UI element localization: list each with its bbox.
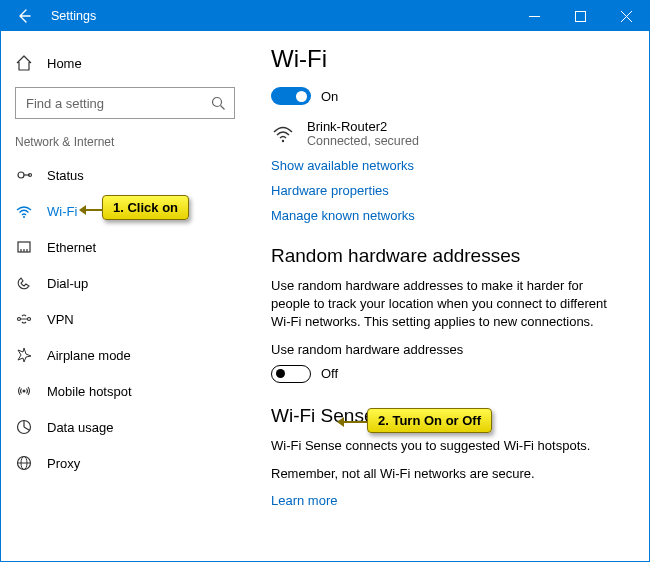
wifi-toggle[interactable]: On: [271, 87, 621, 105]
home-label: Home: [47, 56, 82, 71]
svg-point-12: [282, 139, 284, 141]
sidebar-item-label: Wi-Fi: [47, 204, 77, 219]
content-scroll[interactable]: Wi-Fi On Brink-Router2 Connected, secure…: [249, 31, 649, 561]
toggle-off-icon: [271, 365, 311, 383]
ethernet-icon: [15, 238, 33, 256]
show-networks-link[interactable]: Show available networks: [271, 158, 621, 173]
sidebar-item-proxy[interactable]: Proxy: [1, 445, 249, 481]
sidebar-item-vpn[interactable]: VPN: [1, 301, 249, 337]
vpn-icon: [15, 310, 33, 328]
rha-toggle[interactable]: Off: [271, 365, 621, 383]
current-network[interactable]: Brink-Router2 Connected, secured: [271, 119, 621, 148]
window-title: Settings: [47, 9, 511, 23]
svg-point-6: [18, 318, 21, 321]
callout-arrow: [342, 421, 368, 423]
sidebar-item-datausage[interactable]: Data usage: [1, 409, 249, 445]
rha-toggle-state: Off: [321, 366, 338, 381]
search-icon: [210, 95, 226, 111]
sidebar-item-label: Data usage: [47, 420, 114, 435]
search-box[interactable]: [15, 87, 235, 119]
close-icon: [621, 11, 632, 22]
wifi-toggle-label: On: [321, 89, 338, 104]
sidebar-item-label: Airplane mode: [47, 348, 131, 363]
maximize-button[interactable]: [557, 1, 603, 31]
sidebar-item-ethernet[interactable]: Ethernet: [1, 229, 249, 265]
sidebar-item-dialup[interactable]: Dial-up: [1, 265, 249, 301]
hotspot-icon: [15, 382, 33, 400]
wifi-signal-icon: [271, 122, 295, 146]
status-icon: [15, 166, 33, 184]
network-status: Connected, secured: [307, 134, 419, 148]
dialup-icon: [15, 274, 33, 292]
rha-description: Use random hardware addresses to make it…: [271, 277, 621, 332]
back-button[interactable]: [1, 1, 47, 31]
titlebar: Settings: [1, 1, 649, 31]
wifi-icon: [15, 202, 33, 220]
svg-point-8: [23, 390, 26, 393]
sidebar-item-airplane[interactable]: Airplane mode: [1, 337, 249, 373]
home-button[interactable]: Home: [1, 45, 249, 81]
minimize-button[interactable]: [511, 1, 557, 31]
network-ssid: Brink-Router2: [307, 119, 419, 134]
rha-heading: Random hardware addresses: [271, 245, 621, 267]
hardware-properties-link[interactable]: Hardware properties: [271, 183, 621, 198]
manage-networks-link[interactable]: Manage known networks: [271, 208, 621, 223]
sidebar-item-label: Mobile hotspot: [47, 384, 132, 399]
callout-1: 1. Click on: [102, 195, 189, 220]
close-button[interactable]: [603, 1, 649, 31]
sidebar-item-label: VPN: [47, 312, 74, 327]
rha-toggle-label: Use random hardware addresses: [271, 342, 621, 357]
svg-point-2: [18, 172, 24, 178]
sidebar-item-label: Dial-up: [47, 276, 88, 291]
arrow-left-icon: [15, 7, 33, 25]
sense-p1: Wi-Fi Sense connects you to suggested Wi…: [271, 437, 621, 455]
toggle-on-icon: [271, 87, 311, 105]
sidebar-item-hotspot[interactable]: Mobile hotspot: [1, 373, 249, 409]
sidebar: Home Network & Internet Status Wi-Fi Eth…: [1, 31, 249, 561]
svg-point-7: [28, 318, 31, 321]
maximize-icon: [575, 11, 586, 22]
airplane-icon: [15, 346, 33, 364]
sidebar-item-label: Ethernet: [47, 240, 96, 255]
minimize-icon: [529, 11, 540, 22]
callout-arrow: [84, 209, 104, 211]
sense-p2: Remember, not all Wi-Fi networks are sec…: [271, 465, 621, 483]
proxy-icon: [15, 454, 33, 472]
search-input[interactable]: [16, 88, 234, 118]
home-icon: [15, 54, 33, 72]
window-body: Home Network & Internet Status Wi-Fi Eth…: [1, 31, 649, 561]
settings-window: Settings Home Network & I: [0, 0, 650, 562]
nav-section-label: Network & Internet: [1, 135, 249, 157]
callout-2: 2. Turn On or Off: [367, 408, 492, 433]
sidebar-item-status[interactable]: Status: [1, 157, 249, 193]
content-pane: Wi-Fi On Brink-Router2 Connected, secure…: [249, 31, 649, 561]
page-title: Wi-Fi: [271, 45, 621, 73]
svg-point-4: [23, 216, 25, 218]
data-usage-icon: [15, 418, 33, 436]
svg-rect-0: [575, 11, 585, 21]
sidebar-item-label: Status: [47, 168, 84, 183]
svg-point-1: [212, 97, 221, 106]
sidebar-item-label: Proxy: [47, 456, 80, 471]
learn-more-link[interactable]: Learn more: [271, 493, 621, 508]
